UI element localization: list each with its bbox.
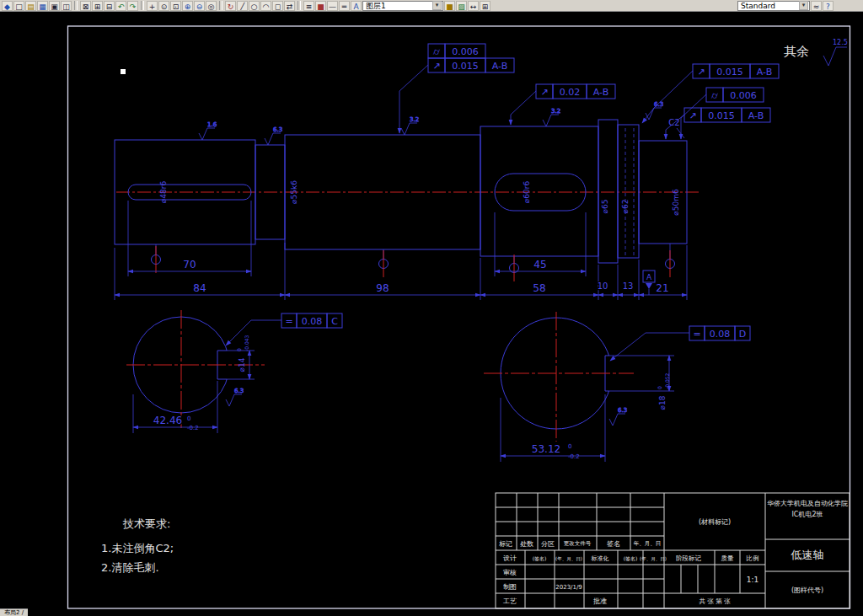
print-icon[interactable]: ▣ bbox=[49, 1, 60, 11]
tb-standard-label: 标准化 bbox=[591, 555, 609, 562]
app-icon[interactable]: ◆ bbox=[2, 1, 13, 11]
dimension-tool-icon[interactable]: ↔ bbox=[468, 1, 479, 11]
toolbar: ◆ □ ▤ ▦ ▣ ◫ ⊠ ⊞ ⊟ ↶ ↷ + ⊙ ⊡ ⊕ ⊖ ◎ ↻ ╱ ○ … bbox=[0, 0, 863, 12]
tb-sign-hint: (签名) bbox=[533, 555, 547, 562]
fcf-datum: A-B bbox=[748, 110, 764, 121]
new-file-icon[interactable]: □ bbox=[13, 1, 24, 11]
fcf-value: 0.015 bbox=[452, 61, 479, 72]
surface-note-label: 其余 bbox=[784, 44, 809, 59]
roughness-value: 1.6 bbox=[207, 121, 217, 128]
tb-drawing-no: (图样代号) bbox=[791, 587, 823, 594]
section-b-tol-bot: -0.2 bbox=[568, 453, 580, 460]
chevron-down-icon[interactable]: ▾ bbox=[799, 1, 808, 10]
erase-icon[interactable]: ◻ bbox=[272, 1, 283, 11]
table-tool-icon[interactable]: ⊞ bbox=[480, 1, 490, 11]
tb-sign-hint: (签名) bbox=[624, 555, 638, 562]
tb-approve-label: 批准 bbox=[593, 597, 607, 605]
match-properties-icon[interactable]: ≈ bbox=[811, 1, 822, 11]
tb-header-doc: 更改文件号 bbox=[564, 540, 592, 547]
open-file-icon[interactable]: ▤ bbox=[25, 1, 36, 11]
zoom-realtime-icon[interactable]: ⊙ bbox=[158, 1, 169, 11]
svg-text:-0.052: -0.052 bbox=[664, 372, 670, 389]
section-a-tol-bot: -0.2 bbox=[187, 425, 199, 431]
fcf-symbol: ↗ bbox=[697, 67, 705, 78]
tb-date-hint: (年、月、日) bbox=[555, 556, 582, 562]
fcf-value: 0.08 bbox=[710, 329, 731, 340]
selection-grip[interactable] bbox=[121, 69, 126, 74]
tb-stage-label: 阶段标记 bbox=[676, 554, 702, 562]
style-combo-value: Standard bbox=[741, 2, 775, 10]
roughness-value: 6.3 bbox=[618, 407, 627, 414]
pan-icon[interactable]: + bbox=[147, 1, 158, 11]
fcf-value: 0.02 bbox=[560, 87, 581, 98]
svg-text:-0.043: -0.043 bbox=[244, 335, 249, 351]
fcf-symbol: = bbox=[693, 329, 700, 340]
draw-arc-icon[interactable]: ◠ bbox=[260, 1, 271, 11]
tb-check-label: 审核 bbox=[503, 569, 517, 576]
drawing-canvas[interactable]: 70 84 98 45 58 10 13 21 ⌀48r6 ⌀55k6 ⌀60r… bbox=[0, 12, 863, 616]
fcf-symbol: ↗ bbox=[540, 87, 548, 98]
layout-tab[interactable]: 布局2 / bbox=[0, 608, 28, 616]
tb-header-mark: 标记 bbox=[499, 540, 512, 548]
chevron-down-icon[interactable]: ▾ bbox=[432, 1, 442, 10]
fcf-datum: D bbox=[739, 329, 746, 340]
tb-process-label: 工艺 bbox=[503, 597, 517, 605]
fcf-value: 0.006 bbox=[730, 90, 757, 101]
save-icon[interactable]: ▦ bbox=[37, 1, 48, 11]
undo-icon[interactable]: ↶ bbox=[115, 1, 126, 11]
tech-req-item: 2.清除毛刺. bbox=[101, 561, 159, 574]
help-icon[interactable]: ? bbox=[823, 1, 834, 11]
fcf-value: 0.015 bbox=[708, 110, 735, 121]
tb-part-name: 低速轴 bbox=[791, 549, 824, 561]
layers-icon[interactable]: ≡ bbox=[303, 1, 314, 11]
print-preview-icon[interactable]: ◫ bbox=[61, 1, 72, 11]
tb-date-hint: (年、月、日) bbox=[640, 556, 667, 562]
fcf-value: 0.006 bbox=[452, 46, 479, 57]
tech-req-item: 1.未注倒角C2; bbox=[101, 542, 174, 554]
tb-sheets: 共 张 第 张 bbox=[699, 597, 731, 605]
roughness-value: 3.2 bbox=[551, 108, 560, 115]
tech-req-title: 技术要求: bbox=[122, 517, 170, 530]
fcf-symbol: ↗ bbox=[432, 61, 440, 72]
fcf-datum: A-B bbox=[492, 61, 507, 72]
paste-icon[interactable]: ⊟ bbox=[104, 1, 115, 11]
text-style-combo[interactable]: Standard ▾ bbox=[737, 1, 810, 11]
regen-icon[interactable]: ↻ bbox=[225, 1, 236, 11]
dia-label-6: ⌀50m6 bbox=[672, 189, 680, 216]
move-icon[interactable]: ⇄ bbox=[284, 1, 295, 11]
lineweight-icon[interactable]: ═ bbox=[339, 1, 350, 11]
fcf-symbol: ⌭ bbox=[711, 90, 718, 101]
layer-combo[interactable]: 图层1 ▾ bbox=[362, 1, 443, 11]
section-b-width: 53.12 bbox=[532, 443, 560, 455]
tb-header-zone: 分区 bbox=[541, 540, 555, 548]
hatch-tool-icon[interactable]: ▨ bbox=[456, 1, 467, 11]
color-swatch-icon[interactable]: ■ bbox=[444, 1, 455, 11]
copy-icon[interactable]: ⊞ bbox=[92, 1, 103, 11]
zoom-window-icon[interactable]: ⊡ bbox=[170, 1, 181, 11]
zoom-out-icon[interactable]: ⊖ bbox=[194, 1, 205, 11]
roughness-value: 3.2 bbox=[410, 116, 419, 123]
dim-21: 21 bbox=[656, 282, 668, 294]
draw-line-icon[interactable]: ╱ bbox=[237, 1, 248, 11]
linetype-icon[interactable]: — bbox=[327, 1, 338, 11]
tb-mass-label: 质量 bbox=[721, 554, 735, 562]
layer-color-icon[interactable]: ■ bbox=[315, 1, 326, 11]
zoom-in-icon[interactable]: ⊕ bbox=[182, 1, 193, 11]
tb-header-count: 处数 bbox=[520, 540, 533, 548]
text-style-icon[interactable]: A bbox=[351, 1, 362, 11]
tb-date-value: 2023/1/9 bbox=[555, 584, 582, 591]
zoom-extents-icon[interactable]: ◎ bbox=[206, 1, 217, 11]
dia-label-4: ⌀65 bbox=[601, 200, 609, 214]
dia-label-1: ⌀48r6 bbox=[159, 181, 168, 204]
tb-school-line2: IC机电2班 bbox=[791, 511, 823, 518]
tb-material: (材料标记) bbox=[699, 518, 731, 526]
redo-icon[interactable]: ↷ bbox=[127, 1, 138, 11]
tb-design-label: 设计 bbox=[503, 554, 517, 562]
draw-circle-icon[interactable]: ○ bbox=[249, 1, 260, 11]
fcf-datum: A-B bbox=[593, 87, 608, 98]
cut-icon[interactable]: ⊠ bbox=[80, 1, 91, 11]
tb-draft-label: 制图 bbox=[503, 583, 517, 591]
tb-school-line1: 华侨大学机电及自动化学院 bbox=[767, 500, 848, 507]
datum-letter: A bbox=[646, 273, 652, 281]
dim-13: 13 bbox=[623, 281, 634, 291]
